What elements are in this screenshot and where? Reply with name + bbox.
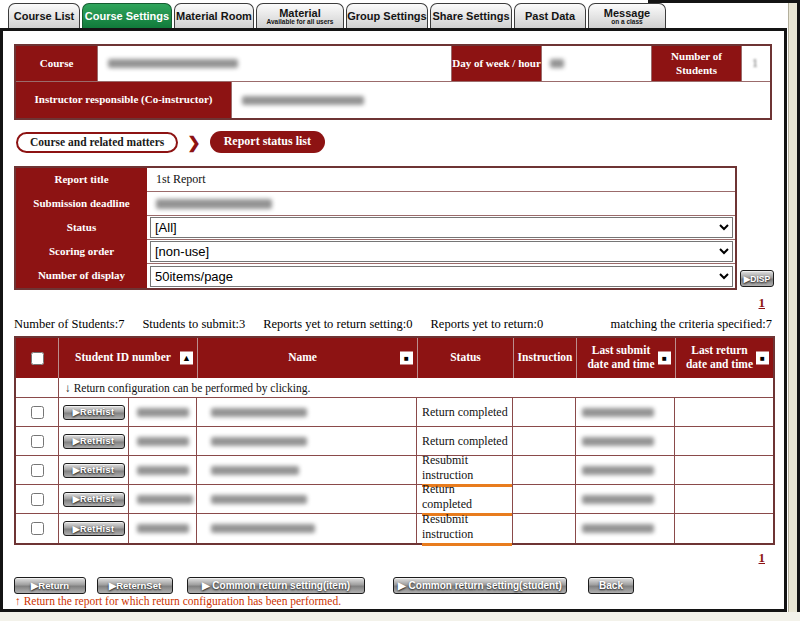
tab-past-data[interactable]: Past Data [514,3,586,28]
redacted-course-name [108,59,238,68]
redacted-student-id [137,408,189,417]
chevron-right-icon: ❯ [187,133,200,152]
report-title-value: 1st Report [147,172,206,187]
day-of-week-label: Day of week / hour [452,46,542,81]
number-of-display-select[interactable]: 50items/page [150,266,733,287]
page: Course List Course Settings Material Roo… [0,0,800,621]
status-label: Status [16,216,147,240]
return-set-button[interactable]: ▶ReternSet [97,577,173,594]
redacted-student-name [211,437,307,446]
row-checkbox[interactable] [31,464,44,477]
instruction-cell [513,456,576,484]
tab-sublabel: on a class [611,18,642,25]
tab-share-settings[interactable]: Share Settings [430,3,512,28]
header-label: Student ID number [75,351,171,365]
redacted-submit-date [582,466,654,475]
students-count: 1 [752,56,758,71]
instruction-cell [513,427,576,455]
row-checkbox[interactable] [31,435,44,448]
number-of-students-value: 1 [742,46,770,81]
tab-material[interactable]: MaterialAvailable for all users [256,3,344,28]
submission-deadline-label: Submission deadline [16,192,147,216]
filter-form: Report title 1st Report Submission deadl… [14,166,737,290]
table-row: ▶RetHist Return completed [16,427,773,456]
instructor-value [232,82,770,118]
rethist-button[interactable]: ▶RetHist [63,405,125,420]
sort-icon[interactable]: ■ [658,352,671,365]
common-return-setting-student-button[interactable]: ▶ Common return setting(student) [393,577,567,594]
table-header-row: Student ID number▲ Name■ Status Instruct… [16,338,773,378]
redacted-student-id [137,495,193,504]
tab-label: Course Settings [85,10,169,22]
header-label: Status [450,351,481,365]
table-row: ▶RetHist Return completed [16,485,773,514]
scoring-order-select[interactable]: [non-use] [150,241,733,262]
table-row: ▶RetHist Resubmit instruction [16,514,773,543]
stats-line: Number of Students:7 Students to submit:… [14,317,772,332]
header-last-submit: Last submit date and time■ [577,338,676,378]
breadcrumb: Course and related matters ❯ Report stat… [16,131,325,153]
tab-course-list[interactable]: Course List [8,3,80,28]
disp-button[interactable]: ▶DISP [740,270,774,287]
rethist-button[interactable]: ▶RetHist [63,521,125,536]
select-all-checkbox[interactable] [31,352,44,365]
table-row: ▶RetHist Resubmit instruction [16,456,773,485]
stat-matching-criteria: matching the criteria specified:7 [611,317,772,332]
redacted-submit-date [582,524,654,533]
stat-yet-return-setting: Reports yet to return setting:0 [263,317,412,332]
instruction-cell [513,514,576,543]
sort-icon[interactable]: ■ [400,352,413,365]
header-student-id: Student ID number▲ [59,338,198,378]
common-return-setting-item-button[interactable]: ▶ Common return setting(item) [187,577,365,594]
tab-label: Material Room [176,10,252,22]
rethist-button[interactable]: ▶RetHist [63,434,125,449]
redacted-submit-date [582,408,654,417]
day-of-week-value [542,46,652,81]
header-label: Name [288,351,317,365]
redacted-student-id [137,524,189,533]
sort-asc-icon[interactable]: ▲ [180,352,193,365]
redacted-student-id [137,466,189,475]
row-checkbox[interactable] [31,522,44,535]
course-value [98,46,452,81]
status-select[interactable]: [All] [150,217,733,238]
footer-button-bar: ▶Return ▶ReternSet ▶ Common return setti… [14,577,634,594]
tab-group-settings[interactable]: Group Settings [346,3,428,28]
tab-label: Course List [14,10,75,22]
return-config-note: ↓ Return configuration can be performed … [59,378,773,397]
report-status-list-badge: Report status list [210,131,325,153]
rethist-button[interactable]: ▶RetHist [63,492,125,507]
redacted-student-name [211,466,299,475]
course-related-matters-button[interactable]: Course and related matters [16,132,178,153]
row-checkbox[interactable] [31,493,44,506]
pagination-top: 1 [14,295,765,311]
status-text[interactable]: Return completed [422,434,508,449]
tab-bar: Course List Course Settings Material Roo… [8,3,666,28]
tab-label: Share Settings [432,10,509,22]
header-label: Last submit date and time [581,344,661,372]
stat-number-of-students: Number of Students:7 [14,317,124,332]
tab-material-room[interactable]: Material Room [174,3,254,28]
tab-course-settings[interactable]: Course Settings [82,3,172,28]
status-text[interactable]: Resubmit instruction [422,512,512,546]
window-top-border [648,0,797,3]
redacted-deadline [156,199,272,209]
tab-message[interactable]: Messageon a class [588,3,666,28]
tab-sublabel: Available for all users [267,18,334,25]
return-button[interactable]: ▶Return [14,577,86,594]
page-number-link[interactable]: 1 [759,550,766,565]
scoring-order-label: Scoring order [16,240,147,264]
back-button[interactable]: Back [588,577,634,594]
redacted-submit-date [582,437,654,446]
redacted-instructor [242,96,364,105]
page-number-link[interactable]: 1 [759,295,766,310]
scrollbar-track[interactable] [788,2,797,612]
status-text[interactable]: Return completed [422,405,508,420]
redacted-student-name [211,495,307,504]
header-instruction: Instruction [514,338,577,378]
tab-label: Past Data [525,10,575,22]
rethist-button[interactable]: ▶RetHist [63,463,125,478]
sort-icon[interactable]: ■ [756,352,769,365]
instruction-cell [513,398,576,426]
row-checkbox[interactable] [31,406,44,419]
